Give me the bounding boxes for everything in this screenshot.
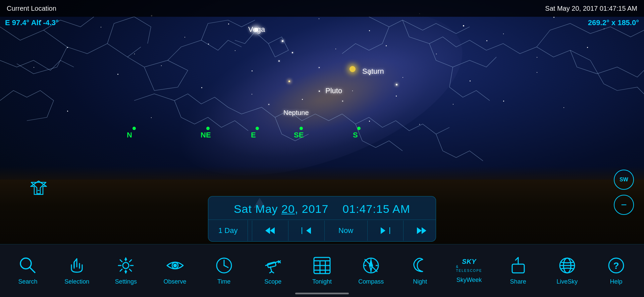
toolbar-night[interactable]: Night — [395, 244, 444, 297]
scope-label: Scope — [264, 278, 281, 285]
toolbar-help[interactable]: ? Help — [592, 244, 641, 297]
toolbar-tonight[interactable]: Tonight — [298, 244, 346, 297]
compass-se: SE — [294, 131, 304, 139]
svg-marker-5 — [265, 227, 270, 234]
toolbar-search[interactable]: Search — [3, 244, 52, 297]
eye-icon — [166, 256, 184, 275]
compass-strikethrough-icon — [362, 256, 380, 275]
compass-dot-se — [300, 127, 303, 130]
forward-fast-button[interactable] — [408, 220, 436, 241]
skyweek-label: SkyWeek — [457, 277, 482, 284]
compass-dot-ne — [206, 127, 210, 130]
livesky-label: LiveSky — [556, 278, 578, 285]
compass-e: E — [251, 131, 256, 139]
time-display[interactable]: Sat May 20, 2017 01:47:15 AM — [208, 196, 436, 220]
settings-label: Settings — [115, 278, 137, 285]
vega-label: Vega — [248, 25, 265, 34]
share-icon — [509, 256, 528, 275]
svg-point-18 — [174, 264, 176, 267]
top-bar: Current Location Sat May 20, 2017 01:47:… — [0, 0, 644, 17]
toolbar: Search Selection Settings — [0, 244, 644, 297]
toolbar-compass[interactable]: Compass — [346, 244, 395, 297]
toolbar-skyweek[interactable]: SKY & TELESCOPE SkyWeek — [444, 244, 493, 297]
sw-button[interactable]: SW — [614, 170, 634, 190]
toolbar-time[interactable]: Time — [200, 244, 249, 297]
coords-left: E 97.4° Alt -4.3° — [5, 18, 59, 27]
zoom-out-button[interactable]: − — [614, 195, 634, 215]
svg-marker-6 — [306, 227, 311, 234]
rewind-fast-button[interactable] — [256, 220, 284, 241]
saturn-label: Saturn — [362, 67, 384, 76]
svg-point-16 — [123, 262, 129, 269]
svg-line-28 — [272, 272, 274, 273]
toolbar-settings[interactable]: Settings — [101, 244, 150, 297]
svg-marker-8 — [381, 227, 385, 234]
compass-dot-s — [357, 127, 361, 130]
pluto-label: Pluto — [325, 86, 342, 95]
compass-ne: NE — [201, 131, 211, 139]
help-icon: ? — [607, 256, 626, 275]
time-date-underline: 20 — [281, 202, 295, 215]
selection-icon — [67, 256, 86, 275]
scope-icon — [264, 256, 282, 275]
coords-right: 269.2° x 185.0° — [588, 18, 639, 27]
grid-icon — [313, 256, 331, 275]
tonight-label: Tonight — [312, 278, 332, 285]
rewind-button[interactable] — [292, 220, 320, 241]
svg-text:?: ? — [613, 260, 619, 271]
share-label: Share — [510, 278, 526, 285]
svg-line-13 — [30, 267, 35, 273]
toolbar-share[interactable]: Share — [494, 244, 543, 297]
night-label: Night — [413, 278, 427, 285]
toolbar-observe[interactable]: Observe — [150, 244, 199, 297]
svg-marker-11 — [422, 227, 426, 234]
compass-n: N — [127, 131, 132, 139]
location-label: Current Location — [7, 5, 56, 12]
compass-dot-n — [132, 127, 136, 130]
compass-label: Compass — [358, 278, 384, 285]
help-label: Help — [610, 278, 622, 285]
toolbar-livesky[interactable]: LiveSky — [543, 244, 592, 297]
svg-line-21 — [224, 265, 228, 268]
compass-dot-e — [256, 127, 259, 130]
svg-rect-43 — [512, 264, 524, 273]
svg-line-26 — [270, 267, 272, 272]
search-label: Search — [18, 278, 38, 285]
datetime-label: Sat May 20, 2017 01:47:15 AM — [545, 5, 637, 12]
forward-button[interactable] — [371, 220, 399, 241]
time-label: Time — [217, 278, 230, 285]
observe-label: Observe — [164, 278, 186, 285]
filter-icon2[interactable] — [30, 180, 47, 198]
selection-label: Selection — [64, 278, 89, 285]
gear-icon — [116, 256, 135, 275]
neptune-label: Neptune — [283, 109, 309, 117]
globe-icon — [558, 256, 577, 275]
moon-icon — [411, 256, 429, 275]
search-icon — [18, 256, 37, 275]
svg-marker-4 — [270, 227, 275, 234]
skyweek-icon: SKY & TELESCOPE — [457, 258, 481, 273]
home-indicator — [295, 293, 349, 294]
time-panel: Sat May 20, 2017 01:47:15 AM 1 Day Now — [208, 196, 436, 242]
now-button[interactable]: Now — [328, 220, 363, 241]
toolbar-scope[interactable]: Scope — [249, 244, 298, 297]
toolbar-selection[interactable]: Selection — [52, 244, 101, 297]
svg-marker-10 — [417, 227, 422, 234]
day-unit-selector[interactable]: 1 Day — [208, 220, 248, 241]
compass-s: S — [353, 131, 358, 139]
clock-icon — [215, 256, 233, 275]
